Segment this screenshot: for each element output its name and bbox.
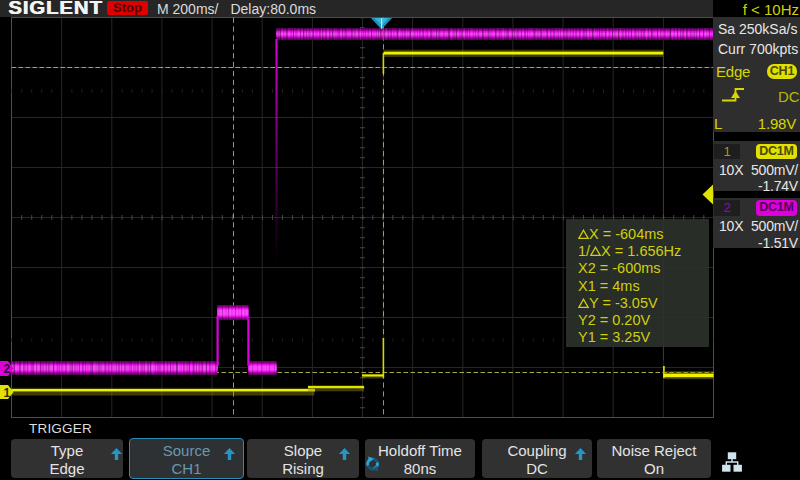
svg-text:1: 1 xyxy=(4,386,11,400)
svg-text:2: 2 xyxy=(4,362,11,376)
